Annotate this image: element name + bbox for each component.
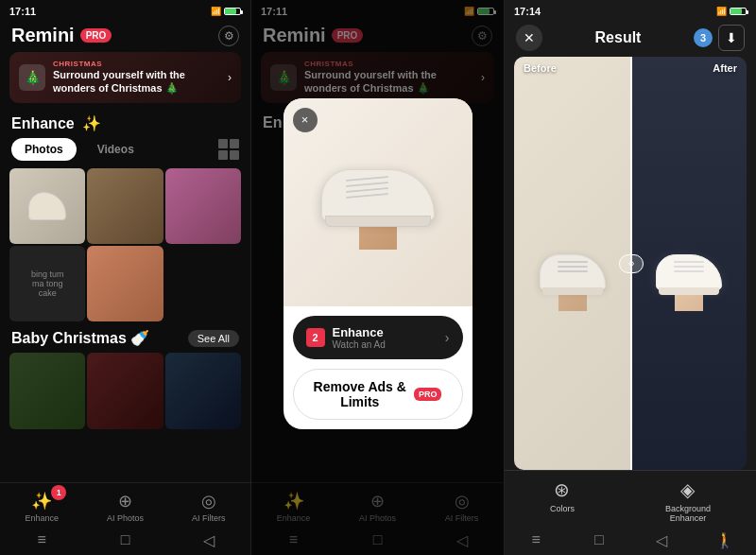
- grid-cell: [230, 150, 239, 160]
- result-header: ✕ Result 3 ⬇: [505, 21, 756, 57]
- grid-cell: [218, 150, 228, 160]
- before-after-container[interactable]: Before After ‹›: [514, 57, 747, 470]
- colors-icon: ⊛: [554, 478, 570, 501]
- colors-tool[interactable]: ⊛ Colors: [550, 478, 575, 523]
- panel-2: 17:11 📶 Remini PRO ⚙ 🎄 CHRISTMAS Surroun…: [251, 0, 505, 555]
- battery-icon-3: [730, 8, 747, 15]
- square-btn-1[interactable]: □: [115, 530, 134, 549]
- photos-btn-1[interactable]: Photos: [11, 138, 77, 161]
- banner-tag-1: CHRISTMAS: [53, 60, 220, 68]
- status-time-1: 17:11: [9, 6, 36, 17]
- baby-title-1: Baby Christmas 🍼: [11, 329, 149, 347]
- result-close-btn[interactable]: ✕: [516, 25, 542, 51]
- sparkle-icon-1: ✨: [82, 115, 101, 131]
- modal-card: ×: [284, 98, 472, 429]
- bottom-tools: ⊛ Colors ◈ BackgroundEnhancer: [505, 470, 756, 527]
- download-icon: ⬇: [726, 30, 737, 45]
- photo-thumb-portrait[interactable]: [87, 246, 163, 321]
- nav-enhance-1[interactable]: ✨ Enhance 1: [0, 491, 83, 523]
- signal-icon-3: 📶: [716, 7, 727, 16]
- see-all-btn-1[interactable]: See All: [188, 330, 239, 347]
- ba-labels: Before After: [514, 57, 747, 79]
- spacer-1: [0, 429, 250, 482]
- system-nav-1: ≡ □ ◁: [0, 527, 250, 555]
- download-btn[interactable]: ⬇: [718, 25, 745, 51]
- photo-thumb-shoe[interactable]: [9, 168, 85, 244]
- hamburger-btn-1[interactable]: ≡: [32, 530, 51, 549]
- square-btn-3[interactable]: □: [590, 530, 609, 549]
- enhance-chevron-icon: ›: [445, 330, 450, 345]
- banner-1[interactable]: 🎄 CHRISTMAS Surround yourself with the w…: [9, 52, 241, 103]
- banner-text-1: CHRISTMAS Surround yourself with the won…: [53, 60, 220, 95]
- modal-enhance-button[interactable]: 2 Enhance Watch an Ad ›: [293, 316, 463, 359]
- ai-photos-label-1: AI Photos: [107, 513, 144, 523]
- photo-thumb-kitchen[interactable]: [87, 168, 163, 244]
- baby-photo-2[interactable]: [87, 353, 163, 428]
- banner-title-1: Surround yourself with the wonders of Ch…: [53, 68, 220, 95]
- enhance-nav-badge-1: 1: [51, 485, 66, 500]
- after-image: [630, 57, 747, 470]
- result-badge: 3: [694, 28, 713, 47]
- photo-thumb-dark[interactable]: bing tumma tongcake: [9, 246, 85, 321]
- enhance-section-header-1: Enhance ✨: [0, 111, 250, 138]
- back-btn-1[interactable]: ◁: [199, 530, 218, 549]
- grid-cell: [218, 139, 228, 148]
- hamburger-btn-3[interactable]: ≡: [526, 530, 545, 549]
- baby-section-row-1: Baby Christmas 🍼 See All: [0, 321, 250, 353]
- nav-ai-filters-1[interactable]: ◎ AI Filters: [167, 491, 250, 523]
- ba-handle[interactable]: ‹›: [619, 254, 644, 273]
- ai-filters-icon-1: ◎: [201, 491, 216, 512]
- toggle-row-1: Photos Videos: [0, 138, 250, 168]
- before-image: [514, 57, 630, 470]
- battery-fill-1: [225, 9, 236, 14]
- person-btn-3[interactable]: 🚶: [715, 530, 734, 549]
- bg-enhancer-label: BackgroundEnhancer: [665, 504, 711, 523]
- ai-photos-icon-1: ⊕: [118, 491, 132, 512]
- result-title: Result: [595, 29, 642, 46]
- before-label: Before: [524, 62, 557, 74]
- enhance-nav-icon-1: ✨: [31, 491, 52, 512]
- bg-enhancer-tool[interactable]: ◈ BackgroundEnhancer: [665, 478, 711, 523]
- back-btn-3[interactable]: ◁: [652, 530, 671, 549]
- modal-close-btn[interactable]: ×: [293, 108, 318, 132]
- gear-icon-1[interactable]: ⚙: [218, 26, 239, 46]
- status-bar-3: 17:14 📶: [505, 0, 756, 21]
- banner-arrow-1: ›: [228, 71, 232, 84]
- modal-overlay: ×: [251, 0, 504, 555]
- grid-cell: [230, 139, 239, 148]
- grid-view-icon-1[interactable]: [218, 139, 239, 160]
- enhance-nav-label-1: Enhance: [25, 513, 59, 523]
- status-icons-1: 📶: [211, 7, 241, 16]
- enhance-btn-title: Enhance: [333, 325, 438, 339]
- header-left-1: Remini PRO: [11, 25, 112, 46]
- bottom-nav-1: ✨ Enhance 1 ⊕ AI Photos ◎ AI Filters: [0, 482, 250, 527]
- photo-thumb-fashion[interactable]: [165, 168, 241, 244]
- panel-1: 17:11 📶 Remini PRO ⚙ 🎄 CHRISTMAS Surroun…: [0, 0, 251, 555]
- videos-btn-1[interactable]: Videos: [84, 138, 147, 161]
- status-bar-1: 17:11 📶: [0, 0, 250, 21]
- enhance-btn-subtitle: Watch an Ad: [333, 339, 438, 350]
- baby-photo-3[interactable]: [165, 353, 241, 428]
- nav-ai-photos-1[interactable]: ⊕ AI Photos: [83, 491, 166, 523]
- after-label: After: [713, 62, 737, 74]
- status-time-3: 17:14: [514, 6, 541, 17]
- panel-3: 17:14 📶 ✕ Result 3 ⬇ Before After: [505, 0, 756, 555]
- remove-pro-badge: PRO: [414, 388, 442, 401]
- banner-icon-1: 🎄: [19, 64, 45, 91]
- ai-filters-label-1: AI Filters: [192, 513, 226, 523]
- baby-photo-1[interactable]: [9, 353, 85, 428]
- bg-enhancer-icon: ◈: [680, 478, 695, 501]
- header-right-1: ⚙: [218, 26, 239, 46]
- signal-icon: 📶: [211, 7, 221, 16]
- remove-ads-text: Remove Ads &Limits: [314, 379, 406, 409]
- app-logo-1: Remini: [11, 25, 75, 46]
- enhance-btn-text: Enhance Watch an Ad: [333, 325, 438, 350]
- system-nav-3: ≡ □ ◁ 🚶: [505, 527, 756, 555]
- battery-fill-3: [730, 9, 742, 14]
- colors-label: Colors: [550, 504, 575, 513]
- result-actions: 3 ⬇: [694, 25, 745, 51]
- photo-grid-1: bing tumma tongcake: [0, 168, 250, 322]
- modal-remove-ads-button[interactable]: Remove Ads &Limits PRO: [293, 369, 463, 420]
- pro-badge-1[interactable]: PRO: [80, 28, 112, 43]
- battery-icon-1: [224, 8, 241, 15]
